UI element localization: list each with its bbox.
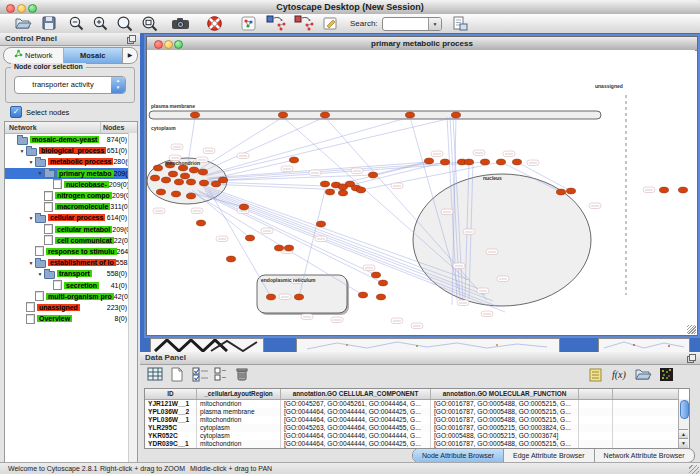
- expand-arrow-icon[interactable]: ▼: [27, 159, 35, 165]
- tree-row[interactable]: nucleobase-209(0): [5, 179, 137, 190]
- table-cell[interactable]: [GO:0044464, GO:0044444, GO:0044425, G..…: [281, 408, 431, 416]
- network-canvas[interactable]: plasma membranecytoplasmmitochondrionnuc…: [147, 50, 695, 333]
- table-cell[interactable]: mitochondrion: [197, 440, 281, 448]
- table-cell[interactable]: [GO:0044464, GO:0044446, GO:0044444, G..…: [281, 432, 431, 440]
- minimize-window-icon[interactable]: [17, 4, 26, 13]
- tree-row[interactable]: cellular metabol209(0): [5, 224, 137, 235]
- tree-column-network[interactable]: Network: [5, 122, 100, 133]
- tree-item-label[interactable]: cellular metabol: [55, 226, 112, 233]
- select-nodes-checkbox[interactable]: ✓: [10, 106, 22, 118]
- tree-row[interactable]: cell communicat22(0): [5, 235, 137, 246]
- attribute-table-icon[interactable]: [146, 366, 165, 387]
- table-cell[interactable]: YPL036W__2: [145, 408, 197, 416]
- tree-item-label[interactable]: establishment of lo: [48, 259, 116, 266]
- dropdown-stepper-icon[interactable]: ▲▼: [111, 77, 125, 93]
- tree-row[interactable]: ▼metabolic process280(0): [5, 156, 137, 167]
- tree-item-label[interactable]: transport: [57, 270, 92, 277]
- table-cell[interactable]: YKR052C: [145, 432, 197, 440]
- table-cell[interactable]: [GO:0016787, GO:0005488, GO:0005215, G..…: [431, 400, 579, 408]
- table-row[interactable]: YJR121W__1mitochondrion[GO:0045267, GO:0…: [145, 400, 679, 408]
- table-column-header[interactable]: _cellularLayoutRegion: [197, 389, 281, 399]
- matrix-icon[interactable]: [658, 366, 675, 387]
- tree-item-label[interactable]: unassigned: [37, 304, 80, 311]
- network-view-window[interactable]: primary metabolic process plasma membran…: [146, 36, 698, 336]
- tree-row[interactable]: mosaic-demo-yeast874(0): [5, 134, 137, 145]
- select-attributes-icon[interactable]: [191, 366, 210, 387]
- expand-arrow-icon[interactable]: ▼: [27, 215, 35, 221]
- close-view-icon[interactable]: [154, 40, 163, 49]
- expand-arrow-icon[interactable]: ▼: [36, 170, 44, 176]
- tree-item-label[interactable]: mosaic-demo-yeast: [30, 136, 99, 143]
- tree-row[interactable]: ▼establishment of lo558(0): [5, 257, 137, 268]
- network-window-titlebar[interactable]: primary metabolic process: [147, 37, 697, 51]
- more-tabs-arrow-icon[interactable]: ▶: [122, 48, 137, 63]
- table-cell[interactable]: [579, 440, 613, 448]
- scroll-down-icon[interactable]: ▼: [679, 438, 688, 448]
- tree-item-label[interactable]: cell communicat: [55, 237, 114, 244]
- tree-item-label[interactable]: metabolic process: [48, 158, 113, 165]
- table-cell[interactable]: [GO:0016787, GO:0005488, GO:0005215, G..…: [431, 440, 579, 448]
- table-column-header[interactable]: ID: [145, 389, 197, 399]
- table-cell[interactable]: YLR295C: [145, 424, 197, 432]
- background-window-fragment[interactable]: [296, 338, 560, 353]
- save-icon[interactable]: [40, 15, 58, 35]
- notes-icon[interactable]: [588, 366, 605, 387]
- delete-attribute-icon[interactable]: [234, 366, 250, 387]
- table-column-header[interactable]: annotation.GO CELLULAR_COMPONENT: [281, 389, 431, 399]
- camera-icon[interactable]: [171, 15, 191, 35]
- tree-row[interactable]: ▼primary metabo209(...: [5, 168, 137, 179]
- table-cell[interactable]: [613, 432, 679, 440]
- tree-row[interactable]: ▼transport558(0): [5, 268, 137, 279]
- table-cell[interactable]: cytoplasm: [197, 432, 281, 440]
- close-window-icon[interactable]: [6, 4, 15, 13]
- tab-mosaic[interactable]: Mosaic: [63, 48, 123, 63]
- table-row[interactable]: YPL036W__2plasma membrane[GO:0044464, GO…: [145, 408, 679, 416]
- table-cell[interactable]: [613, 440, 679, 448]
- background-window-fragment[interactable]: [150, 338, 264, 353]
- tree-item-label[interactable]: macromolecule: [55, 203, 110, 210]
- tab-network[interactable]: Network: [4, 48, 63, 63]
- node-color-dropdown[interactable]: transporter activity ▲▼: [14, 76, 126, 94]
- tab-edge-attribute-browser[interactable]: Edge Attribute Browser: [503, 449, 594, 462]
- tree-row[interactable]: ▼cellular process614(0): [5, 212, 137, 223]
- unselect-attributes-icon[interactable]: [213, 366, 228, 387]
- tree-item-label[interactable]: primary metabo: [57, 170, 114, 177]
- table-cell[interactable]: [GO:0044464, GO:0044444, GO:0044425, G..…: [281, 440, 431, 448]
- tree-item-label[interactable]: response to stimulu: [46, 248, 117, 255]
- search-input[interactable]: ▼: [382, 17, 442, 31]
- table-cell[interactable]: [579, 424, 613, 432]
- table-cell[interactable]: [GO:0005488, GO:0005215, GO:0003674]: [431, 432, 579, 440]
- tree-row[interactable]: Overview8(0): [5, 313, 137, 324]
- table-cell[interactable]: [579, 400, 613, 408]
- new-attribute-icon[interactable]: [169, 366, 186, 387]
- open-icon[interactable]: [14, 15, 32, 35]
- tree-item-label[interactable]: nitrogen compo: [55, 192, 112, 199]
- expand-arrow-icon[interactable]: ▼: [18, 148, 26, 154]
- table-row[interactable]: YKR052Ccytoplasm[GO:0044464, GO:0044446,…: [145, 432, 679, 440]
- search-input-field[interactable]: [383, 18, 428, 30]
- import-attributes-icon[interactable]: [634, 366, 652, 386]
- table-column-header[interactable]: annotation.GO MOLECULAR_FUNCTION: [431, 389, 579, 399]
- minimize-view-icon[interactable]: [164, 40, 173, 49]
- table-cell[interactable]: YPL036W__1: [145, 416, 197, 424]
- table-cell[interactable]: [GO:0016787, GO:0005215, GO:0003824, G..…: [431, 424, 579, 432]
- table-cell[interactable]: plasma membrane: [197, 408, 281, 416]
- tree-item-label[interactable]: Overview: [37, 315, 72, 322]
- table-cell[interactable]: [GO:0016787, GO:0005488, GO:0005215, G..…: [431, 416, 579, 424]
- table-cell[interactable]: [579, 408, 613, 416]
- formula-icon[interactable]: f(x): [610, 366, 630, 387]
- expand-arrow-icon[interactable]: ▼: [36, 271, 44, 277]
- tree-item-label[interactable]: cellular process: [48, 214, 105, 221]
- table-cell[interactable]: [613, 400, 679, 408]
- tree-item-label[interactable]: biological_process: [39, 147, 106, 154]
- zoom-window-icon[interactable]: [28, 4, 37, 13]
- app-resize-grip[interactable]: [689, 465, 699, 474]
- window-resize-grip[interactable]: [687, 325, 696, 334]
- table-row[interactable]: YDR039C__1mitochondrion[GO:0044464, GO:0…: [145, 440, 679, 448]
- tree-row[interactable]: response to stimulu264(0): [5, 246, 137, 257]
- tree-item-label[interactable]: nucleobase-: [64, 181, 109, 188]
- tree-column-nodes[interactable]: Nodes: [100, 122, 137, 133]
- table-cell[interactable]: [GO:0045263, GO:0044464, GO:0044455, G..…: [281, 424, 431, 432]
- table-cell[interactable]: YDR039C__1: [145, 440, 197, 448]
- table-row[interactable]: YPL036W__1mitochondrion[GO:0044464, GO:0…: [145, 416, 679, 424]
